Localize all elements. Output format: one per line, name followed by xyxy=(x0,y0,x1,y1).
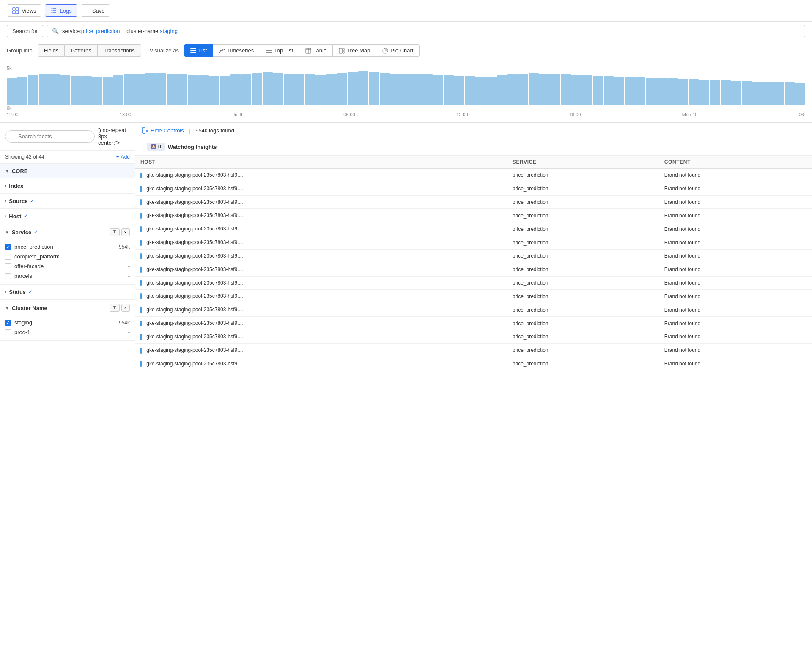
cluster-name-label: Cluster Name xyxy=(12,305,47,311)
table-row[interactable]: gke-staging-staging-pool-235c7803-hsf9..… xyxy=(135,290,812,303)
table-row[interactable]: gke-staging-staging-pool-235c7803-hsf9..… xyxy=(135,330,812,343)
chart-y-label-0k: 0k xyxy=(7,105,12,110)
status-label: Status xyxy=(9,289,26,295)
table-row[interactable]: gke-staging-staging-pool-235c7803-hsf9..… xyxy=(135,236,812,250)
table-row[interactable]: gke-staging-staging-pool-235c7803-hsf9..… xyxy=(135,303,812,317)
views-icon xyxy=(12,7,19,14)
cell-host: gke-staging-staging-pool-235c7803-hsf9..… xyxy=(135,169,508,182)
search-facets-input[interactable] xyxy=(5,130,95,143)
core-chevron-down: ▼ xyxy=(5,169,9,173)
row-indicator xyxy=(140,361,142,367)
watchdog-badge: 🐶 0 xyxy=(147,143,165,151)
add-label: Add xyxy=(121,154,130,160)
cluster-name-facet-header[interactable]: ▼ Cluster Name × xyxy=(0,300,135,316)
table-row[interactable]: gke-staging-staging-pool-235c7803-hsf9..… xyxy=(135,222,812,236)
query-service: service xyxy=(62,28,80,34)
service-label: Service xyxy=(12,229,31,236)
cluster-name-facet-actions: × xyxy=(110,304,130,312)
service-filter-button[interactable] xyxy=(110,228,120,236)
cluster-name-close-button[interactable]: × xyxy=(121,304,130,312)
cell-content: Brand not found xyxy=(659,276,812,290)
viz-timeseries-button[interactable]: Timeseries xyxy=(213,44,260,57)
service-offer-facade-checkbox[interactable] xyxy=(5,263,11,269)
cluster-name-facet: ▼ Cluster Name × xyxy=(0,300,135,341)
svg-rect-11 xyxy=(190,50,196,51)
service-parcels-checkbox[interactable] xyxy=(5,273,11,279)
service-parcels-label: parcels xyxy=(14,273,32,279)
table-row[interactable]: gke-staging-staging-pool-235c7803-hsf9..… xyxy=(135,263,812,276)
service-complete-platform-checkbox[interactable] xyxy=(5,254,11,260)
viz-piechart-button[interactable]: Pie Chart xyxy=(376,44,420,57)
service-price-prediction-checkbox[interactable]: ✓ xyxy=(5,244,11,250)
service-offer-facade-label: offer-facade xyxy=(14,263,44,269)
cell-host: gke-staging-staging-pool-235c7803-hsf9..… xyxy=(135,290,508,303)
cluster-staging-count: 954k xyxy=(119,320,130,326)
save-button[interactable]: + Save xyxy=(81,4,110,17)
log-table-body: gke-staging-staging-pool-235c7803-hsf9..… xyxy=(135,169,812,370)
viz-table-button[interactable]: Table xyxy=(299,44,333,57)
table-row[interactable]: gke-staging-staging-pool-235c7803-hsf9..… xyxy=(135,343,812,357)
service-item-offer-facade: offer-facade - xyxy=(5,261,130,271)
viz-treemap-button[interactable]: Tree Map xyxy=(333,44,376,57)
group-transactions-button[interactable]: Transactions xyxy=(98,44,141,57)
table-row[interactable]: gke-staging-staging-pool-235c7803-hsf9..… xyxy=(135,195,812,209)
core-header[interactable]: ▼ CORE xyxy=(0,164,135,178)
table-row[interactable]: gke-staging-staging-pool-235c7803-hsf9..… xyxy=(135,209,812,222)
table-row[interactable]: gke-staging-staging-pool-235c7803-hsf9..… xyxy=(135,317,812,330)
chart-x-1200b: 12:00 xyxy=(456,112,468,117)
cell-service: price_prediction xyxy=(508,209,659,222)
service-chevron-down: ▼ xyxy=(5,230,9,235)
table-row[interactable]: gke-staging-staging-pool-235c7803-hsf9..… xyxy=(135,169,812,182)
viz-list-button[interactable]: List xyxy=(184,44,213,57)
svg-rect-0 xyxy=(13,8,15,10)
service-close-button[interactable]: × xyxy=(121,228,130,236)
chart-x-0600: 06:00 xyxy=(343,112,355,117)
group-into-buttons: Fields Patterns Transactions xyxy=(38,44,141,57)
group-fields-button[interactable]: Fields xyxy=(38,44,65,57)
search-input-area[interactable]: 🔍 service:price_prediction cluster-name:… xyxy=(47,25,805,37)
row-indicator xyxy=(140,348,142,354)
host-facet-header[interactable]: › Host ✓ xyxy=(0,209,135,224)
index-facet-header[interactable]: › Index xyxy=(0,178,135,193)
host-facet: › Host ✓ xyxy=(0,209,135,224)
service-facet-header[interactable]: ▼ Service ✓ × xyxy=(0,224,135,240)
cluster-name-filter-button[interactable] xyxy=(110,304,120,312)
chart-y-label-5k: 5k xyxy=(7,66,805,71)
cell-host: gke-staging-staging-pool-235c7803-hsf9..… xyxy=(135,236,508,250)
table-row[interactable]: gke-staging-staging-pool-235c7803-hsf9..… xyxy=(135,182,812,195)
cell-host: gke-staging-staging-pool-235c7803-hsf9..… xyxy=(135,209,508,222)
cell-content: Brand not found xyxy=(659,303,812,317)
svg-point-6 xyxy=(52,12,53,13)
hide-controls-button[interactable]: Hide Controls xyxy=(142,127,184,134)
timeseries-icon xyxy=(219,48,225,54)
cell-host: gke-staging-staging-pool-235c7803-hsf9..… xyxy=(135,263,508,276)
cell-host: gke-staging-staging-pool-235c7803-hsf9..… xyxy=(135,330,508,343)
status-facet-header[interactable]: › Status ✓ xyxy=(0,285,135,299)
results-header: Hide Controls | 954k logs found xyxy=(135,123,812,138)
table-row[interactable]: gke-staging-staging-pool-235c7803-hsf9..… xyxy=(135,276,812,290)
source-chevron: › xyxy=(5,199,6,203)
hide-controls-label: Hide Controls xyxy=(151,127,184,134)
table-row[interactable]: gke-staging-staging-pool-235c7803-hsf9..… xyxy=(135,249,812,263)
add-facet-button[interactable]: + Add xyxy=(116,154,130,160)
cell-service: price_prediction xyxy=(508,290,659,303)
table-row[interactable]: gke-staging-staging-pool-235c7803-hsf9. … xyxy=(135,357,812,370)
views-button[interactable]: Views xyxy=(7,4,41,17)
treemap-icon xyxy=(339,48,345,54)
cell-host: gke-staging-staging-pool-235c7803-hsf9..… xyxy=(135,222,508,236)
cluster-staging-checkbox[interactable]: ✓ xyxy=(5,320,11,326)
cell-host: gke-staging-staging-pool-235c7803-hsf9. xyxy=(135,357,508,370)
col-service: SERVICE xyxy=(508,156,659,169)
cluster-prod1-checkbox[interactable] xyxy=(5,329,11,335)
group-patterns-button[interactable]: Patterns xyxy=(65,44,97,57)
plus-icon: + xyxy=(116,154,119,160)
source-facet-header[interactable]: › Source ✓ xyxy=(0,194,135,208)
chart-x-mon10: Mon 10 xyxy=(682,112,698,117)
query-price-prediction: price_prediction xyxy=(81,28,120,34)
service-parcels-count: - xyxy=(128,273,130,279)
logs-button[interactable]: Logs xyxy=(45,4,77,17)
chart-x-1200: 12:00 xyxy=(7,112,19,117)
watchdog-expand-icon[interactable]: › xyxy=(142,144,144,150)
row-indicator xyxy=(140,240,142,246)
viz-toplist-button[interactable]: Top List xyxy=(260,44,299,57)
